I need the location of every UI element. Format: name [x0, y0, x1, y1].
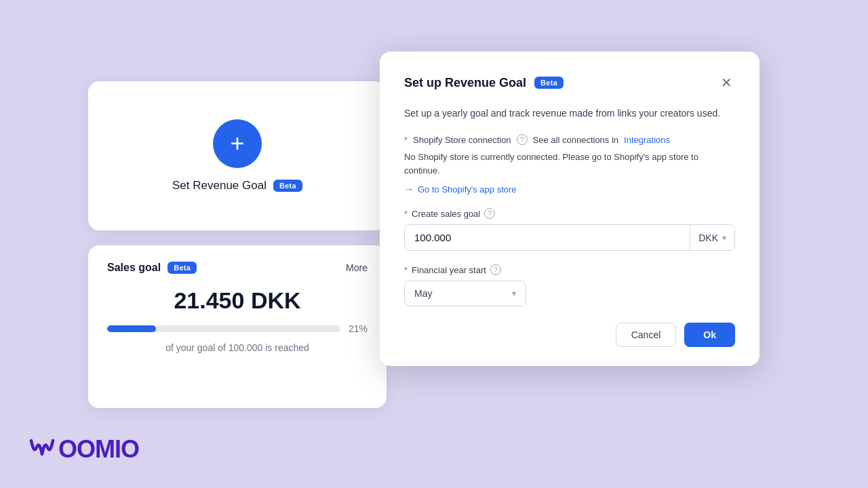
sales-goal-label-row: * Create sales goal ? [404, 208, 735, 219]
integrations-link[interactable]: Integrations [624, 135, 670, 145]
modal-description: Set up a yearly goal and track revenue m… [404, 106, 735, 121]
shopify-label-row: * Shopify Store connection ? See all con… [404, 134, 735, 145]
financial-year-label: Financial year start [412, 265, 486, 275]
create-sales-goal-section: * Create sales goal ? DKK ▾ [404, 208, 735, 251]
shopify-help-icon[interactable]: ? [517, 134, 528, 145]
shopify-connection-section: * Shopify Store connection ? See all con… [404, 134, 735, 195]
shopify-connection-label: Shopify Store connection [413, 135, 511, 145]
sales-goal-input[interactable] [405, 225, 690, 250]
set-revenue-goal-card: + Set Revenue Goal Beta [88, 81, 387, 230]
month-chevron-icon: ▾ [512, 289, 516, 298]
create-sales-goal-label: Create sales goal [412, 209, 480, 219]
month-selector[interactable]: May ▾ [404, 281, 526, 306]
no-shopify-message: No Shopify store is currently connected.… [404, 150, 735, 177]
shopify-app-store-link[interactable]: → Go to Shopify's app store [404, 184, 735, 195]
logo-text: OOMIO [58, 435, 139, 464]
selected-month: May [414, 288, 432, 299]
more-link[interactable]: More [346, 262, 368, 273]
financial-year-section: * Financial year start ? May ▾ [404, 264, 735, 306]
sales-goal-beta-badge: Beta [167, 262, 197, 274]
sales-goal-title-text: Sales goal [107, 262, 161, 274]
modal-title-row: Set up Revenue Goal Beta [404, 76, 564, 90]
currency-value: DKK [698, 232, 718, 243]
modal-title: Set up Revenue Goal [404, 76, 526, 90]
sales-amount: 21.450 DKK [107, 287, 368, 314]
set-goal-title: Set Revenue Goal [172, 179, 267, 192]
modal-footer: Cancel Ok [404, 323, 735, 347]
goal-subtext: of your goal of 100.000 is reached [107, 342, 368, 353]
set-goal-beta-badge: Beta [273, 180, 302, 192]
revenue-goal-modal: Set up Revenue Goal Beta ✕ Set up a year… [380, 52, 760, 366]
woomio-logo: OOMIO [27, 435, 139, 464]
progress-bar-background [107, 325, 340, 332]
close-icon: ✕ [721, 76, 732, 89]
required-star-sales: * [404, 209, 408, 219]
required-star-shopify: * [404, 135, 408, 145]
woomio-logo-icon [27, 435, 57, 464]
modal-header: Set up Revenue Goal Beta ✕ [404, 73, 735, 92]
sales-goal-card: Sales goal Beta More 21.450 DKK 21% of y… [88, 245, 387, 408]
modal-close-button[interactable]: ✕ [718, 73, 735, 92]
required-star-year: * [404, 265, 408, 275]
ok-button[interactable]: Ok [684, 323, 735, 347]
plus-icon: + [230, 131, 244, 156]
financial-year-help-icon[interactable]: ? [490, 264, 501, 275]
modal-beta-badge: Beta [534, 77, 564, 89]
sales-goal-input-row: DKK ▾ [404, 224, 735, 251]
shopify-link-text: Go to Shopify's app store [418, 184, 517, 195]
progress-percentage: 21% [349, 323, 368, 334]
chevron-down-icon: ▾ [722, 233, 726, 243]
arrow-right-icon: → [404, 184, 414, 195]
progress-bar-fill [107, 325, 156, 332]
see-connections-text: See all connections in [533, 135, 618, 145]
financial-year-label-row: * Financial year start ? [404, 264, 735, 275]
cancel-button[interactable]: Cancel [616, 323, 677, 347]
sales-goal-help-icon[interactable]: ? [484, 208, 495, 219]
currency-selector[interactable]: DKK ▾ [690, 225, 734, 250]
add-goal-button[interactable]: + [213, 119, 262, 168]
